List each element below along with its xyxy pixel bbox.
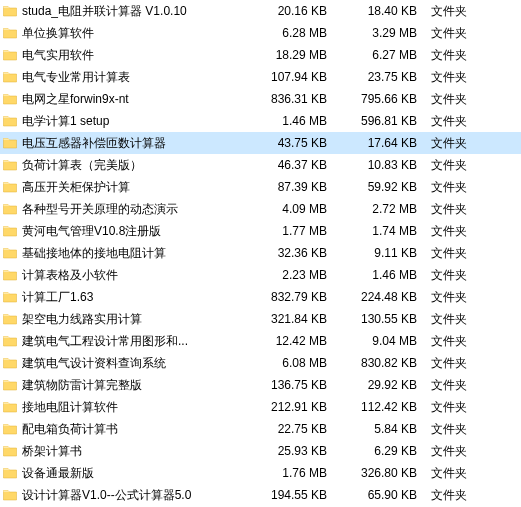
file-name: 设备通最新版 <box>22 465 247 482</box>
file-name: 基础接地体的接地电阻计算 <box>22 245 247 262</box>
table-row[interactable]: 电压互感器补偿匝数计算器43.75 KB17.64 KB文件夹 <box>0 132 521 154</box>
type-col: 文件夹 <box>427 487 487 504</box>
table-row[interactable]: 计算工厂1.63832.79 KB224.48 KB文件夹 <box>0 286 521 308</box>
table-row[interactable]: 建筑电气设计资料查询系统6.08 MB830.82 KB文件夹 <box>0 352 521 374</box>
size-col-1: 43.75 KB <box>247 136 337 150</box>
size-col-2: 9.11 KB <box>337 246 427 260</box>
folder-icon <box>2 421 18 437</box>
file-name: 配电箱负荷计算书 <box>22 421 247 438</box>
folder-icon <box>2 289 18 305</box>
folder-icon <box>2 25 18 41</box>
type-col: 文件夹 <box>427 333 487 350</box>
file-name: 电气实用软件 <box>22 47 247 64</box>
table-row[interactable]: 建筑物防雷计算完整版136.75 KB29.92 KB文件夹 <box>0 374 521 396</box>
size-col-2: 29.92 KB <box>337 378 427 392</box>
size-col-1: 107.94 KB <box>247 70 337 84</box>
folder-icon <box>2 47 18 63</box>
file-name: 桥架计算书 <box>22 443 247 460</box>
file-name: 电压互感器补偿匝数计算器 <box>22 135 247 152</box>
size-col-1: 212.91 KB <box>247 400 337 414</box>
type-col: 文件夹 <box>427 47 487 64</box>
type-col: 文件夹 <box>427 377 487 394</box>
table-row[interactable]: 单位换算软件6.28 MB3.29 MB文件夹 <box>0 22 521 44</box>
folder-icon <box>2 91 18 107</box>
size-col-1: 4.09 MB <box>247 202 337 216</box>
table-row[interactable]: 各种型号开关原理的动态演示4.09 MB2.72 MB文件夹 <box>0 198 521 220</box>
table-row[interactable]: studa_电阻并联计算器 V1.0.1020.16 KB18.40 KB文件夹 <box>0 0 521 22</box>
folder-icon <box>2 465 18 481</box>
type-col: 文件夹 <box>427 421 487 438</box>
file-name: 高压开关柜保护计算 <box>22 179 247 196</box>
size-col-1: 194.55 KB <box>247 488 337 502</box>
size-col-1: 6.08 MB <box>247 356 337 370</box>
table-row[interactable]: 负荷计算表（完美版）46.37 KB10.83 KB文件夹 <box>0 154 521 176</box>
file-list: studa_电阻并联计算器 V1.0.1020.16 KB18.40 KB文件夹… <box>0 0 521 507</box>
size-col-1: 25.93 KB <box>247 444 337 458</box>
folder-icon <box>2 333 18 349</box>
size-col-2: 18.40 KB <box>337 4 427 18</box>
size-col-1: 46.37 KB <box>247 158 337 172</box>
folder-icon <box>2 245 18 261</box>
size-col-2: 3.29 MB <box>337 26 427 40</box>
file-name: 电气专业常用计算表 <box>22 69 247 86</box>
size-col-2: 2.72 MB <box>337 202 427 216</box>
folder-icon <box>2 311 18 327</box>
type-col: 文件夹 <box>427 113 487 130</box>
size-col-2: 65.90 KB <box>337 488 427 502</box>
file-name: 负荷计算表（完美版） <box>22 157 247 174</box>
file-name: 设计计算器V1.0--公式计算器5.0 <box>22 487 247 504</box>
file-name: 电网之星forwin9x-nt <box>22 91 247 108</box>
folder-icon <box>2 157 18 173</box>
size-col-2: 1.74 MB <box>337 224 427 238</box>
type-col: 文件夹 <box>427 245 487 262</box>
size-col-1: 321.84 KB <box>247 312 337 326</box>
file-name: 架空电力线路实用计算 <box>22 311 247 328</box>
file-name: 接地电阻计算软件 <box>22 399 247 416</box>
size-col-2: 6.27 MB <box>337 48 427 62</box>
size-col-1: 12.42 MB <box>247 334 337 348</box>
folder-icon <box>2 267 18 283</box>
table-row[interactable]: 接地电阻计算软件212.91 KB112.42 KB文件夹 <box>0 396 521 418</box>
table-row[interactable]: 计算表格及小软件2.23 MB1.46 MB文件夹 <box>0 264 521 286</box>
size-col-2: 326.80 KB <box>337 466 427 480</box>
size-col-2: 23.75 KB <box>337 70 427 84</box>
table-row[interactable]: 设计计算器V1.0--公式计算器5.0194.55 KB65.90 KB文件夹 <box>0 484 521 506</box>
file-name: 各种型号开关原理的动态演示 <box>22 201 247 218</box>
file-name: studa_电阻并联计算器 V1.0.10 <box>22 3 247 20</box>
table-row[interactable]: 建筑电气工程设计常用图形和...12.42 MB9.04 MB文件夹 <box>0 330 521 352</box>
table-row[interactable]: 基础接地体的接地电阻计算32.36 KB9.11 KB文件夹 <box>0 242 521 264</box>
type-col: 文件夹 <box>427 157 487 174</box>
size-col-1: 22.75 KB <box>247 422 337 436</box>
size-col-1: 18.29 MB <box>247 48 337 62</box>
folder-icon <box>2 201 18 217</box>
table-row[interactable]: 桥架计算书25.93 KB6.29 KB文件夹 <box>0 440 521 462</box>
size-col-2: 5.84 KB <box>337 422 427 436</box>
table-row[interactable]: 电气专业常用计算表107.94 KB23.75 KB文件夹 <box>0 66 521 88</box>
file-name: 计算工厂1.63 <box>22 289 247 306</box>
size-col-1: 136.75 KB <box>247 378 337 392</box>
type-col: 文件夹 <box>427 289 487 306</box>
table-row[interactable]: 黄河电气管理V10.8注册版1.77 MB1.74 MB文件夹 <box>0 220 521 242</box>
table-row[interactable]: 电学计算1 setup1.46 MB596.81 KB文件夹 <box>0 110 521 132</box>
size-col-2: 130.55 KB <box>337 312 427 326</box>
type-col: 文件夹 <box>427 69 487 86</box>
folder-icon <box>2 69 18 85</box>
table-row[interactable]: 电网之星forwin9x-nt836.31 KB795.66 KB文件夹 <box>0 88 521 110</box>
table-row[interactable]: 高压开关柜保护计算87.39 KB59.92 KB文件夹 <box>0 176 521 198</box>
size-col-1: 32.36 KB <box>247 246 337 260</box>
table-row[interactable]: 设备通最新版1.76 MB326.80 KB文件夹 <box>0 462 521 484</box>
folder-icon <box>2 355 18 371</box>
size-col-2: 9.04 MB <box>337 334 427 348</box>
type-col: 文件夹 <box>427 311 487 328</box>
size-col-2: 830.82 KB <box>337 356 427 370</box>
file-name: 电学计算1 setup <box>22 113 247 130</box>
type-col: 文件夹 <box>427 25 487 42</box>
folder-icon <box>2 3 18 19</box>
folder-icon <box>2 223 18 239</box>
table-row[interactable]: 架空电力线路实用计算321.84 KB130.55 KB文件夹 <box>0 308 521 330</box>
folder-icon <box>2 113 18 129</box>
type-col: 文件夹 <box>427 91 487 108</box>
size-col-2: 1.46 MB <box>337 268 427 282</box>
table-row[interactable]: 配电箱负荷计算书22.75 KB5.84 KB文件夹 <box>0 418 521 440</box>
table-row[interactable]: 电气实用软件18.29 MB6.27 MB文件夹 <box>0 44 521 66</box>
